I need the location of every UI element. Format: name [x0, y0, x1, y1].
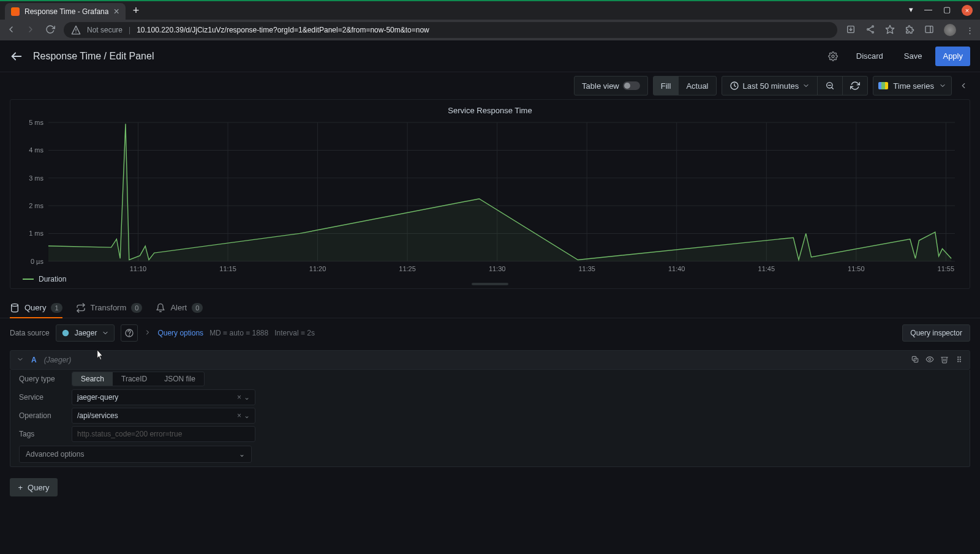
tab-transform[interactable]: Transform 0 [76, 298, 143, 318]
chevron-down-icon[interactable]: ⌄ [244, 393, 250, 402]
page-title: Response Time / Edit Panel [33, 51, 154, 62]
chart-panel: Service Response Time 11:1011:1511:2011:… [10, 99, 970, 289]
tab-query[interactable]: Query 1 [10, 298, 62, 318]
svg-point-57 [958, 356, 959, 357]
back-arrow-icon[interactable] [10, 50, 23, 63]
grafana-favicon [11, 7, 20, 16]
tab-alert[interactable]: Alert 0 [156, 298, 203, 318]
chevron-down-icon: ⌄ [239, 450, 245, 459]
tags-input[interactable] [72, 426, 255, 442]
svg-text:0 µs: 0 µs [31, 258, 43, 265]
operation-label: Operation [10, 411, 72, 420]
duplicate-query-icon[interactable] [911, 355, 919, 365]
database-icon [10, 303, 20, 313]
svg-text:5 ms: 5 ms [29, 119, 43, 126]
query-inspector-button[interactable]: Query inspector [902, 324, 970, 342]
advanced-options-label: Advanced options [26, 450, 84, 459]
apply-button[interactable]: Apply [935, 47, 970, 66]
service-label: Service [10, 393, 72, 402]
side-panel-icon[interactable] [924, 24, 934, 36]
query-options-link[interactable]: Query options [157, 329, 203, 337]
share-icon[interactable] [865, 24, 875, 36]
discard-button[interactable]: Discard [849, 47, 891, 66]
datasource-row: Data source Jaeger Query options MD = au… [0, 318, 980, 344]
reload-icon[interactable] [45, 24, 55, 36]
extensions-icon[interactable] [905, 24, 914, 36]
operation-select[interactable]: /api/services × ⌄ [72, 408, 255, 424]
toggle-visibility-icon[interactable] [925, 355, 934, 365]
drag-query-icon[interactable] [955, 355, 963, 365]
query-md-meta: MD = auto = 1888 [209, 329, 268, 337]
maximize-icon[interactable]: ▢ [943, 5, 951, 16]
panel-toolbar: Table view Fill Actual Last 50 minutes T… [0, 72, 980, 99]
new-tab-button[interactable]: + [133, 4, 140, 17]
service-select[interactable]: jaeger-query × ⌄ [72, 389, 255, 405]
svg-line-17 [832, 88, 834, 89]
minimize-icon[interactable]: — [924, 5, 932, 16]
svg-line-7 [869, 27, 872, 29]
install-app-icon[interactable] [846, 24, 856, 36]
tab-search-icon[interactable]: ▾ [909, 5, 913, 16]
browser-address-bar: Not secure | 10.100.220.39/d/JjCiz1uVz/r… [0, 20, 980, 40]
query-row-header[interactable]: A (Jaeger) [10, 350, 970, 370]
settings-button[interactable] [823, 47, 843, 66]
collapse-options-button[interactable] [957, 81, 970, 90]
plus-icon: + [18, 483, 23, 492]
window-controls: ▾ — ▢ × [909, 5, 980, 16]
svg-point-13 [832, 55, 834, 58]
bell-icon [156, 303, 165, 313]
close-tab-icon[interactable]: × [113, 6, 119, 17]
datasource-picker[interactable]: Jaeger [56, 324, 115, 342]
svg-text:11:15: 11:15 [219, 265, 236, 272]
table-view-toggle[interactable]: Table view [574, 76, 648, 95]
not-secure-label: Not secure [87, 26, 123, 34]
fill-actual-segmented[interactable]: Fill Actual [653, 76, 717, 95]
browser-tab[interactable]: Response Time - Grafana × [5, 3, 126, 20]
chevron-down-icon[interactable]: ⌄ [244, 411, 250, 420]
time-range-picker[interactable]: Last 50 minutes [722, 76, 869, 95]
fill-option[interactable]: Fill [654, 77, 679, 95]
chevron-down-icon [802, 82, 810, 89]
time-range-label: Last 50 minutes [743, 81, 799, 91]
collapse-query-icon[interactable] [17, 356, 24, 365]
svg-point-56 [929, 358, 931, 361]
zoom-out-button[interactable] [817, 77, 842, 95]
query-type-search[interactable]: Search [72, 372, 113, 386]
window-close-icon[interactable]: × [962, 5, 973, 16]
forward-icon[interactable] [26, 24, 36, 36]
svg-text:11:35: 11:35 [578, 265, 595, 272]
editor-tabs: Query 1 Transform 0 Alert 0 [0, 298, 980, 318]
svg-text:11:10: 11:10 [130, 265, 146, 272]
line-chart[interactable]: 11:1011:1511:2011:2511:3011:3511:4011:45… [19, 119, 961, 274]
svg-text:11:25: 11:25 [399, 265, 415, 272]
resize-handle[interactable] [472, 283, 508, 285]
save-button[interactable]: Save [897, 47, 930, 66]
clear-operation-icon[interactable]: × [235, 411, 244, 420]
profile-avatar[interactable] [944, 24, 956, 36]
refresh-button[interactable] [842, 77, 867, 95]
svg-text:4 ms: 4 ms [29, 146, 43, 154]
svg-rect-10 [925, 26, 933, 32]
advanced-options-toggle[interactable]: Advanced options ⌄ [19, 446, 252, 463]
clear-service-icon[interactable]: × [235, 393, 244, 402]
query-options-expand[interactable] [144, 329, 151, 338]
back-icon[interactable] [6, 24, 16, 36]
jaeger-icon [61, 329, 70, 337]
datasource-help-button[interactable] [121, 324, 138, 342]
svg-text:11:30: 11:30 [489, 265, 505, 272]
svg-text:11:20: 11:20 [309, 265, 326, 272]
table-view-switch[interactable] [623, 81, 640, 90]
star-icon[interactable] [885, 24, 895, 36]
chrome-menu-icon[interactable]: ⋮ [966, 26, 974, 35]
url-input[interactable]: Not secure | 10.100.220.39/d/JjCiz1uVz/r… [64, 22, 837, 38]
actual-option[interactable]: Actual [678, 77, 715, 95]
query-interval-meta: Interval = 2s [274, 329, 315, 337]
query-type-jsonfile[interactable]: JSON file [156, 372, 204, 386]
panel-type-label: Time series [893, 81, 934, 91]
svg-point-61 [958, 361, 959, 361]
query-type-traceid[interactable]: TraceID [113, 372, 156, 386]
delete-query-icon[interactable] [940, 355, 949, 365]
panel-type-picker[interactable]: Time series [873, 76, 952, 95]
add-query-button[interactable]: + Query [10, 478, 58, 496]
datasource-name: Jaeger [75, 329, 97, 337]
